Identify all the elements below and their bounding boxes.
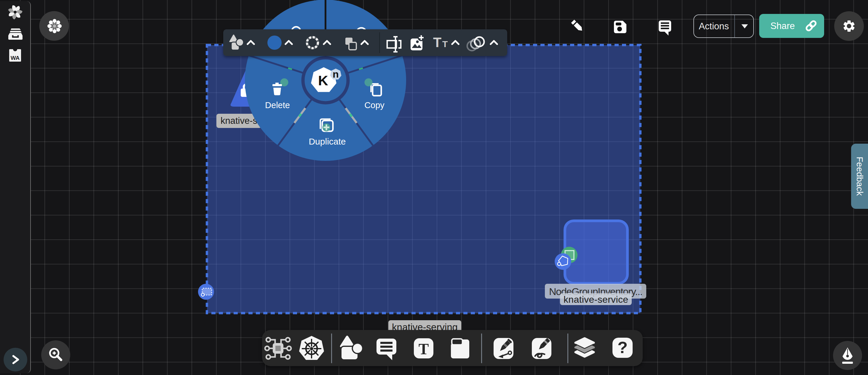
svg-text:T: T <box>433 35 441 50</box>
svg-text:T: T <box>418 341 429 357</box>
svg-text:T: T <box>442 39 447 49</box>
svg-text:knative-service: knative-service <box>563 294 628 305</box>
svg-text:WA: WA <box>11 55 20 61</box>
svg-text:Delete: Delete <box>265 100 290 110</box>
svg-text:K: K <box>318 73 328 88</box>
svg-text:Duplicate: Duplicate <box>309 137 346 146</box>
svg-text:?: ? <box>618 338 627 356</box>
svg-text:Copy: Copy <box>364 100 384 110</box>
svg-text:n: n <box>333 68 339 80</box>
svg-text:knative-s: knative-s <box>221 115 257 126</box>
